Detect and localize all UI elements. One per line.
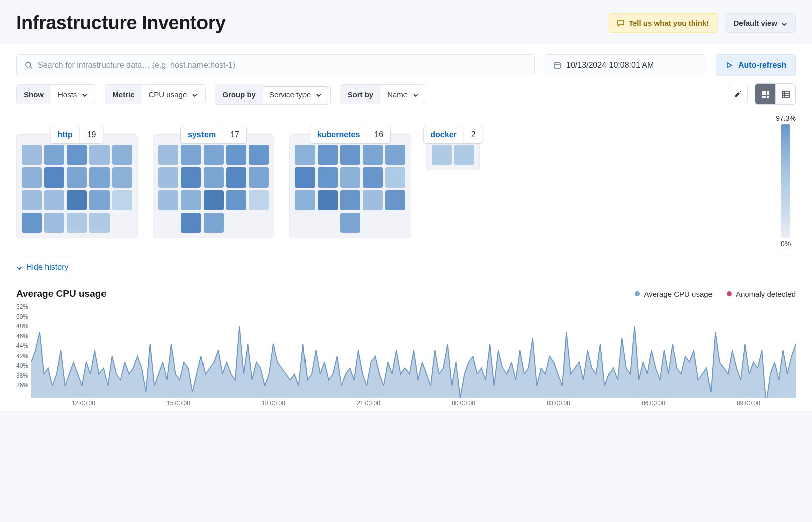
group-name-link[interactable]: kubernetes [310, 126, 367, 143]
host-cell[interactable] [181, 167, 201, 188]
host-cell[interactable] [318, 145, 338, 165]
host-cell[interactable] [363, 145, 383, 165]
x-tick: 15:00:00 [131, 400, 226, 407]
group-name-link[interactable]: docker [423, 126, 463, 143]
host-cell[interactable] [67, 145, 87, 165]
host-cell[interactable] [22, 190, 42, 210]
svg-rect-4 [764, 91, 766, 93]
host-cell[interactable] [295, 190, 315, 210]
group-name-link[interactable]: http [51, 126, 80, 143]
host-cell[interactable] [226, 167, 246, 188]
group-name-link[interactable]: system [181, 126, 223, 143]
x-tick: 09:00:00 [701, 400, 796, 407]
sortby-filter-select[interactable]: Name [380, 85, 426, 104]
y-tick: 42% [16, 353, 28, 360]
host-cell[interactable] [340, 190, 360, 210]
host-cell[interactable] [112, 145, 132, 165]
metric-filter-select[interactable]: CPU usage [142, 85, 206, 104]
host-cell[interactable] [249, 190, 269, 210]
y-tick: 38% [16, 372, 28, 379]
host-cell[interactable] [385, 145, 405, 165]
calendar-icon [553, 61, 561, 69]
host-cell[interactable] [204, 145, 224, 165]
auto-refresh-label: Auto-refresh [738, 61, 786, 70]
group-kubernetes: kubernetes16 [289, 134, 411, 238]
metric-filter-value: CPU usage [149, 90, 187, 99]
host-cell[interactable] [158, 167, 178, 188]
host-cell[interactable] [67, 167, 87, 188]
host-cell[interactable] [89, 190, 110, 210]
host-cell[interactable] [67, 213, 87, 233]
y-tick: 48% [16, 323, 28, 330]
grid-view-button[interactable] [755, 84, 775, 104]
show-filter-label: Show [17, 85, 51, 104]
host-cell[interactable] [363, 167, 383, 188]
table-view-button[interactable] [775, 84, 795, 104]
search-input[interactable] [38, 61, 526, 70]
host-cell[interactable] [295, 145, 315, 165]
host-cell[interactable] [295, 167, 315, 188]
legend-item[interactable]: Anomaly detected [727, 290, 796, 298]
host-cell[interactable] [363, 190, 383, 210]
legend-item[interactable]: Average CPU usage [635, 290, 712, 298]
feedback-button[interactable]: Tell us what you think! [608, 13, 718, 33]
host-cell[interactable] [432, 145, 452, 165]
host-cell[interactable] [89, 167, 110, 188]
host-cell[interactable] [181, 190, 201, 210]
host-cell[interactable] [22, 213, 42, 233]
y-tick: 40% [16, 362, 28, 369]
host-cell[interactable] [44, 145, 64, 165]
host-cell[interactable] [340, 145, 360, 165]
search-icon [25, 61, 33, 69]
x-tick: 06:00:00 [606, 400, 701, 407]
host-cell[interactable] [249, 167, 269, 188]
y-tick: 46% [16, 333, 28, 340]
hide-history-toggle[interactable]: Hide history [16, 263, 68, 272]
host-cell[interactable] [318, 190, 338, 210]
datetime-value: 10/13/2024 10:08:01 AM [566, 61, 654, 70]
host-cell[interactable] [158, 190, 178, 210]
host-cell[interactable] [44, 213, 64, 233]
view-selector-button[interactable]: Default view [725, 13, 796, 33]
auto-refresh-button[interactable]: Auto-refresh [716, 54, 796, 76]
host-cell[interactable] [89, 213, 110, 233]
chevron-down-icon [16, 264, 22, 270]
host-cell[interactable] [226, 190, 246, 210]
host-cell[interactable] [44, 190, 64, 210]
host-cell[interactable] [385, 167, 405, 188]
host-cell[interactable] [112, 167, 132, 188]
host-cell[interactable] [204, 190, 224, 210]
svg-rect-11 [767, 96, 769, 98]
host-cell[interactable] [67, 190, 87, 210]
group-count: 16 [367, 126, 390, 143]
datetime-picker[interactable]: 10/13/2024 10:08:01 AM [545, 54, 705, 76]
host-cell[interactable] [318, 167, 338, 188]
host-cell[interactable] [22, 145, 42, 165]
host-cell[interactable] [204, 213, 224, 233]
host-cell[interactable] [249, 145, 269, 165]
host-cell[interactable] [226, 145, 246, 165]
host-cell[interactable] [158, 145, 178, 165]
host-cell[interactable] [89, 145, 110, 165]
groupby-filter-select[interactable]: Service type [263, 86, 329, 102]
search-box[interactable] [16, 54, 535, 76]
host-cell[interactable] [385, 190, 405, 210]
groupby-filter-label: Group by [215, 84, 263, 104]
host-cell[interactable] [340, 167, 360, 188]
svg-rect-9 [762, 96, 764, 98]
sortby-filter-value: Name [387, 90, 408, 99]
host-cell[interactable] [181, 145, 201, 165]
host-cell[interactable] [22, 167, 42, 188]
show-filter-select[interactable]: Hosts [51, 85, 95, 104]
group-count: 19 [80, 126, 104, 143]
chart-plot[interactable]: 12:00:0015:00:0018:00:0021:00:0000:00:00… [31, 302, 796, 407]
chart-legend: Average CPU usageAnomaly detected [635, 290, 796, 298]
x-tick: 18:00:00 [226, 400, 321, 407]
host-cell[interactable] [204, 167, 224, 188]
host-cell[interactable] [454, 145, 474, 165]
host-cell[interactable] [181, 213, 201, 233]
legend-options-button[interactable] [728, 84, 748, 104]
host-cell[interactable] [44, 167, 64, 188]
host-cell[interactable] [340, 213, 360, 233]
host-cell[interactable] [112, 190, 132, 210]
